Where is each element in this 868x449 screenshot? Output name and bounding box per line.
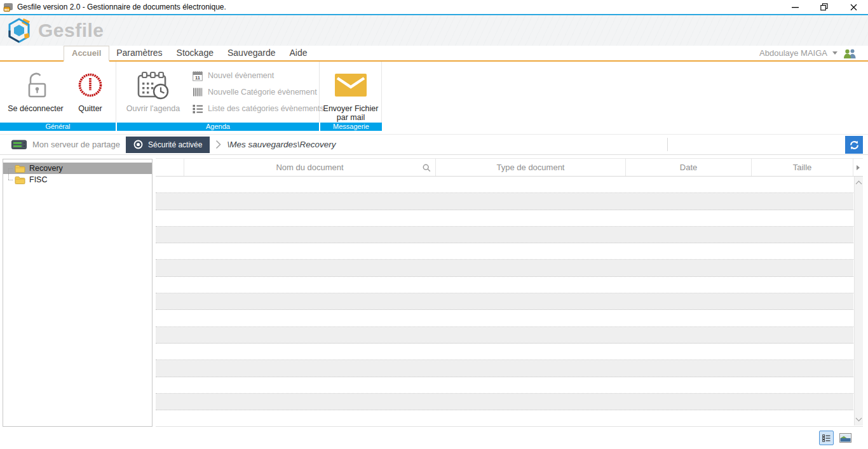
- tree-item-label: FISC: [29, 175, 47, 184]
- column-header-date[interactable]: Date: [626, 159, 752, 176]
- table-row: [156, 377, 853, 394]
- column-header-name[interactable]: Nom du document: [184, 159, 436, 176]
- current-path: \Mes sauvegardes\Recovery: [227, 140, 336, 149]
- send-file-mail-button[interactable]: Envoyer Fichierpar mail: [320, 62, 382, 123]
- details-view-icon: [822, 434, 831, 442]
- calendar-11-icon: 11: [193, 70, 203, 81]
- tree-item-recovery[interactable]: Recovery: [3, 163, 152, 174]
- vertical-scrollbar[interactable]: [854, 177, 863, 426]
- tree-item-fisc[interactable]: FISC: [3, 174, 152, 185]
- envelope-icon: [335, 74, 367, 97]
- minimize-button[interactable]: [780, 0, 810, 14]
- ribbon-group-general: Se déconnecter Quitter: [0, 62, 116, 123]
- power-icon: [76, 70, 105, 100]
- send-file-mail-label: Envoyer Fichierpar mail: [323, 104, 379, 123]
- restore-icon: [820, 3, 828, 11]
- barcode-icon: [193, 87, 203, 97]
- tab-aide[interactable]: Aide: [283, 46, 315, 60]
- quit-label: Quitter: [78, 104, 102, 113]
- tab-parametres[interactable]: Paramètres: [109, 46, 169, 60]
- folder-tree-panel: Recovery FISC: [3, 159, 153, 427]
- group-label-messagerie: Messagerie: [320, 123, 382, 131]
- table-row: [156, 394, 853, 410]
- location-bar: Mon serveur de partage Sécurité activée …: [0, 134, 868, 155]
- filter-divider: [667, 138, 668, 151]
- table-row: [156, 277, 853, 293]
- window-title: Gesfile version 2.0 - Gestionnaire de do…: [17, 3, 226, 11]
- application-window: wo Gesfile version 2.0 - Gestionnaire de…: [0, 0, 868, 449]
- calendar-clock-icon: [135, 70, 171, 100]
- view-thumbnails-button[interactable]: [839, 433, 851, 443]
- new-event-button[interactable]: 11 Nouvel évènement: [193, 67, 324, 84]
- table-row: [156, 210, 853, 227]
- server-label[interactable]: Mon serveur de partage: [32, 140, 120, 149]
- table-row: [156, 293, 853, 310]
- tab-stockage[interactable]: Stockage: [170, 46, 220, 60]
- title-bar: wo Gesfile version 2.0 - Gestionnaire de…: [0, 0, 868, 14]
- table-body: [156, 177, 863, 426]
- table-row: [156, 177, 853, 193]
- scroll-up-icon[interactable]: [856, 181, 862, 187]
- tab-accueil[interactable]: Accueil: [64, 46, 109, 62]
- column-header-blank[interactable]: [156, 159, 184, 176]
- table-row: [156, 410, 853, 426]
- table-row: [156, 344, 853, 360]
- tab-sauvegarde[interactable]: Sauvegarde: [220, 46, 283, 60]
- event-categories-list-button[interactable]: Liste des catégories évènements: [193, 100, 324, 117]
- disconnect-button[interactable]: Se déconnecter: [4, 62, 67, 123]
- close-icon: [850, 4, 857, 11]
- column-header-type[interactable]: Type de document: [436, 159, 626, 176]
- svg-text:11: 11: [195, 74, 200, 80]
- table-row: [156, 360, 853, 377]
- table-row: [156, 327, 853, 344]
- view-details-button[interactable]: [819, 431, 834, 445]
- column-expand-icon: [857, 165, 860, 170]
- close-button[interactable]: [839, 0, 868, 14]
- search-icon[interactable]: [423, 164, 431, 172]
- app-icon: wo: [3, 2, 13, 12]
- open-padlock-icon: [22, 70, 49, 100]
- table-row: [156, 243, 853, 260]
- event-categories-list-label: Liste des catégories évènements: [208, 104, 324, 113]
- ribbon-tab-bar: Accueil Paramètres Stockage Sauvegarde A…: [0, 46, 868, 62]
- document-table: Nom du document Type de document Date Ta…: [156, 158, 863, 427]
- security-badge-label: Sécurité activée: [148, 140, 202, 149]
- ribbon: Se déconnecter Quitter: [0, 62, 868, 123]
- disconnect-label: Se déconnecter: [8, 104, 64, 113]
- folder-icon: [15, 176, 25, 184]
- quit-button[interactable]: Quitter: [67, 62, 113, 123]
- ribbon-group-agenda: Ouvrir l'agenda 11 Nouvel évènement: [116, 62, 320, 123]
- users-icon[interactable]: [843, 48, 857, 58]
- brand-band: Gesfile: [0, 15, 868, 46]
- refresh-button[interactable]: [845, 136, 863, 154]
- column-header-expand[interactable]: [853, 159, 863, 176]
- new-event-label: Nouvel évènement: [208, 71, 274, 80]
- brand-name: Gesfile: [38, 20, 104, 41]
- svg-text:wo: wo: [4, 8, 10, 11]
- new-event-category-button[interactable]: Nouvelle Catégorie évènement: [193, 84, 324, 100]
- table-row: [156, 227, 853, 243]
- open-agenda-button[interactable]: Ouvrir l'agenda: [118, 62, 189, 123]
- refresh-icon: [849, 140, 860, 151]
- tree-connector: [3, 174, 15, 185]
- table-row: [156, 260, 853, 276]
- user-menu[interactable]: Abdoulaye MAIGA: [759, 48, 827, 58]
- security-icon: [133, 140, 143, 149]
- filter-input[interactable]: [669, 137, 842, 152]
- scroll-down-icon[interactable]: [856, 415, 862, 422]
- chevron-down-icon[interactable]: [832, 51, 837, 55]
- tree-item-label: Recovery: [29, 164, 63, 173]
- restore-button[interactable]: [810, 0, 839, 14]
- table-row: [156, 193, 853, 210]
- table-header: Nom du document Type de document Date Ta…: [156, 158, 863, 177]
- column-header-size[interactable]: Taille: [752, 159, 853, 176]
- gesfile-logo-icon: [6, 17, 32, 44]
- server-icon: [11, 140, 27, 150]
- thumbnails-view-icon: [839, 433, 851, 443]
- minimize-icon: [792, 4, 799, 11]
- bullet-list-icon: [193, 104, 203, 114]
- tree-connector: [3, 163, 15, 174]
- security-status-badge: Sécurité activée: [126, 137, 210, 153]
- new-event-category-label: Nouvelle Catégorie évènement: [208, 88, 317, 97]
- ribbon-group-labels: Général Agenda Messagerie: [0, 123, 868, 131]
